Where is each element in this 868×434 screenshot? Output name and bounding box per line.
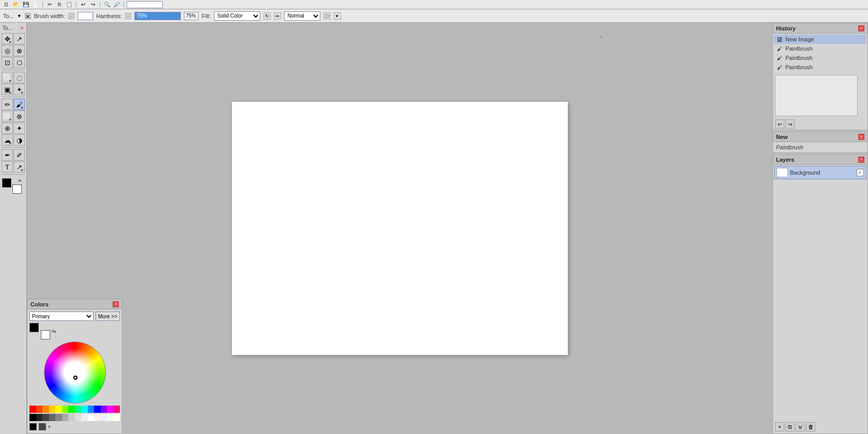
crop-tool-btn[interactable]: ⊡ [2,57,13,68]
new-panel-close-btn[interactable]: × [858,134,864,140]
history-item[interactable]: 🖌 Paintbrush [774,44,866,53]
brush-width-input[interactable]: 8 [78,12,93,20]
blue-segment [94,406,101,413]
color-wheel[interactable] [44,342,106,404]
options-refresh-icon[interactable]: ↻ [264,12,271,20]
fill-select[interactable]: Solid Color Gradient Pattern [214,11,260,21]
new-file-icon[interactable]: 🗋 [2,1,10,9]
copy-icon[interactable]: ⎘ [55,1,64,9]
color-pick-btn[interactable]: ✦ ▶ [13,84,25,95]
bg-color-mini[interactable] [39,423,46,430]
new-panel-body: Paintbrush [773,142,867,152]
new-layer-btn[interactable]: + [775,422,784,431]
hardness-input[interactable] [184,12,198,20]
more-colors-btn[interactable]: More >> [96,312,120,321]
history-item[interactable]: 🖌 Paintbrush [774,63,866,72]
fill-tool-btn[interactable]: ▣ ▶ [2,84,13,95]
tool-dropdown-icon[interactable]: ▼ [17,13,22,19]
fg-bg-container: ⇆ [2,178,22,194]
redo-icon[interactable]: ↪ [89,1,97,9]
top-toolbar[interactable]: 🗋 📂 💾 📄 ✂ ⎘ 📋 ↩ ↪ 🔍 🔎 [0,0,868,9]
history-panel-close-btn[interactable]: × [858,25,864,32]
zoom-in-icon[interactable]: 🔍 [103,1,111,9]
options-symmetry-icon[interactable]: ⇔ [274,12,281,20]
undo-icon[interactable]: ↩ [79,1,87,9]
paintbrush-history-icon: 🖌 [776,54,783,61]
cut-icon[interactable]: ✂ [45,1,54,9]
pencil-btn[interactable]: ✏ [2,99,13,110]
history-item-label: Paintbrush [785,55,813,61]
mode-select[interactable]: Normal Multiply Screen [284,11,320,21]
zoom-out-tool-btn[interactable]: ⊕ [13,45,25,56]
color-bar-strip[interactable] [29,406,120,413]
main-canvas[interactable] [232,102,568,355]
zoom-out-icon[interactable]: 🔎 [113,1,121,9]
color-wheel-indicator[interactable] [73,376,78,380]
tool-panel-close-btn[interactable]: ✕ [20,25,24,31]
perspective-tool-btn[interactable]: ⬡ [13,57,25,68]
fill-label: Fill: [202,13,210,19]
tool-close-btn[interactable]: ✕ [25,13,31,19]
tool-divider-1 [2,70,25,70]
open-icon[interactable]: 📂 [12,1,20,9]
search-input[interactable] [127,1,163,8]
fg-color-mini[interactable] [29,423,37,430]
paintbrush-btn[interactable]: 🖌 ▶ [13,99,25,110]
layer-item[interactable]: Background ✓ [774,166,866,179]
tool-row-10: ✒ ✐ [2,149,25,161]
bg-swatch[interactable] [41,330,50,339]
move-tool-btn[interactable]: ✥ ▶ [2,33,13,44]
airbrush-btn[interactable]: ⊛ [13,111,25,122]
dodge-btn[interactable]: ◑ [13,134,25,146]
measure-btn[interactable]: ↗ ▶ [13,161,25,173]
tool-row-1: ✥ ▶ ↗ [2,33,25,44]
save-icon[interactable]: 💾 [22,1,30,9]
bw-bar-strip[interactable] [29,414,120,421]
arrow-tool-btn[interactable]: ↗ [13,33,25,44]
smudge-btn[interactable]: ☁ ▶ [2,134,13,146]
save-as-icon[interactable]: 📄 [32,1,40,9]
history-items-list: 🖼 New Image 🖌 Paintbrush 🖌 Paintbrush 🖌 … [773,34,867,73]
select-rect-btn[interactable]: ⬜ ▶ [2,72,13,83]
brush-width-label: Brush width: [34,13,66,19]
brush-width-decrease-btn[interactable]: - [68,13,74,19]
heal-btn[interactable]: ✦ [13,122,25,134]
sep3 [100,2,100,8]
delete-layer-btn[interactable]: 🗑 [806,422,815,431]
history-undo-btn[interactable]: ↩ [775,119,784,129]
green-cyan-segment [75,406,82,413]
tool-row-2: ◎ ⊕ [2,45,25,56]
eraser-btn[interactable]: ⬜ ▶ [2,111,13,122]
path-btn[interactable]: ✒ [2,149,13,161]
zoom-tool-btn[interactable]: ◎ [2,45,13,56]
colors-panel-close-btn[interactable]: × [113,301,119,307]
pink-segment [114,406,120,413]
history-item[interactable]: 🖌 Paintbrush [774,53,866,63]
layers-panel-close-btn[interactable]: × [858,157,864,163]
color-swatch-area: ⇆ [2,178,25,194]
pen-btn[interactable]: ✐ [13,149,25,161]
options-extra-icon[interactable]: ⬡ [323,12,331,20]
hardness-slider[interactable]: 75% [134,12,181,20]
history-redo-btn[interactable]: ↪ [785,119,795,129]
light-green-seg [107,414,114,421]
swap-colors-icon[interactable]: ⇆ [18,178,22,183]
select-free-btn[interactable]: ◌ [13,72,25,83]
swatch-container [29,323,50,339]
fg-color-swatch[interactable] [2,178,11,188]
primary-color-select[interactable]: Primary Secondary Foreground Background [29,312,94,321]
bg-color-swatch[interactable] [12,184,22,194]
history-item[interactable]: 🖼 New Image [774,35,866,44]
color-more-dropdown[interactable]: ▾ [48,424,51,429]
options-settings-icon[interactable]: ▾ [334,12,341,20]
fg-swatch[interactable] [29,323,39,332]
swap-fg-bg-btn[interactable]: ⇆ [52,329,56,334]
layer-visibility-checkbox[interactable]: ✓ [857,169,864,176]
merge-layer-btn[interactable]: ⊌ [796,422,805,431]
paste-icon[interactable]: 📋 [65,1,73,9]
hardness-decrease-btn[interactable]: - [125,13,131,19]
clone-btn[interactable]: ⊕ [2,122,13,134]
tool-row-3: ⊡ ⬡ [2,57,25,68]
duplicate-layer-btn[interactable]: ⧉ [785,422,795,431]
text-btn[interactable]: T [2,161,13,173]
